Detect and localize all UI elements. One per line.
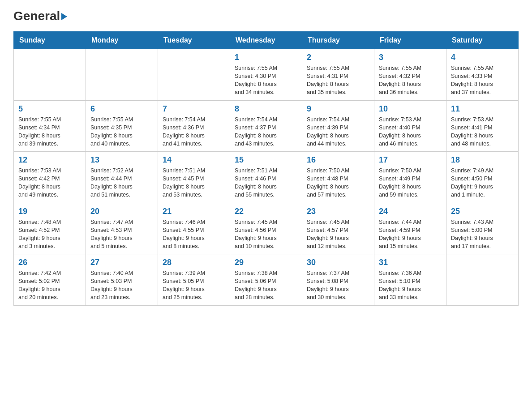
calendar-day-23: 23Sunrise: 7:45 AM Sunset: 4:57 PM Dayli… — [302, 203, 374, 254]
calendar-empty-cell — [446, 254, 519, 306]
day-number: 29 — [235, 258, 297, 267]
calendar-day-6: 6Sunrise: 7:55 AM Sunset: 4:35 PM Daylig… — [86, 100, 158, 152]
calendar-empty-cell — [14, 49, 86, 101]
day-info: Sunrise: 7:53 AM Sunset: 4:40 PM Dayligh… — [379, 116, 442, 148]
calendar-day-16: 16Sunrise: 7:50 AM Sunset: 4:48 PM Dayli… — [302, 152, 374, 203]
calendar-day-8: 8Sunrise: 7:54 AM Sunset: 4:37 PM Daylig… — [230, 100, 302, 152]
day-number: 19 — [18, 207, 81, 216]
calendar-day-7: 7Sunrise: 7:54 AM Sunset: 4:36 PM Daylig… — [158, 100, 230, 152]
day-number: 14 — [163, 155, 225, 165]
day-info: Sunrise: 7:36 AM Sunset: 5:10 PM Dayligh… — [379, 269, 442, 302]
calendar-header: SundayMondayTuesdayWednesdayThursdayFrid… — [14, 32, 519, 49]
day-number: 10 — [379, 104, 442, 114]
calendar-day-14: 14Sunrise: 7:51 AM Sunset: 4:45 PM Dayli… — [158, 152, 230, 203]
calendar-day-15: 15Sunrise: 7:51 AM Sunset: 4:46 PM Dayli… — [230, 152, 302, 203]
day-info: Sunrise: 7:53 AM Sunset: 4:41 PM Dayligh… — [451, 116, 514, 148]
logo-general: General — [13, 9, 60, 23]
day-info: Sunrise: 7:47 AM Sunset: 4:53 PM Dayligh… — [90, 218, 153, 251]
calendar-week-row: 26Sunrise: 7:42 AM Sunset: 5:02 PM Dayli… — [14, 254, 519, 306]
weekday-header-saturday: Saturday — [446, 32, 519, 49]
day-number: 20 — [90, 207, 153, 216]
calendar-day-17: 17Sunrise: 7:50 AM Sunset: 4:49 PM Dayli… — [374, 152, 446, 203]
day-info: Sunrise: 7:52 AM Sunset: 4:44 PM Dayligh… — [90, 167, 153, 199]
calendar-day-9: 9Sunrise: 7:54 AM Sunset: 4:39 PM Daylig… — [302, 100, 374, 152]
day-info: Sunrise: 7:48 AM Sunset: 4:52 PM Dayligh… — [18, 218, 81, 251]
weekday-header-wednesday: Wednesday — [230, 32, 302, 49]
page-header: General — [13, 9, 519, 23]
day-number: 13 — [90, 155, 153, 165]
day-number: 18 — [451, 155, 514, 165]
calendar-week-row: 5Sunrise: 7:55 AM Sunset: 4:34 PM Daylig… — [14, 100, 519, 152]
day-number: 30 — [307, 258, 369, 267]
calendar-day-5: 5Sunrise: 7:55 AM Sunset: 4:34 PM Daylig… — [14, 100, 86, 152]
day-info: Sunrise: 7:54 AM Sunset: 4:37 PM Dayligh… — [235, 116, 297, 148]
weekday-header-row: SundayMondayTuesdayWednesdayThursdayFrid… — [14, 32, 519, 49]
day-info: Sunrise: 7:43 AM Sunset: 5:00 PM Dayligh… — [451, 218, 514, 251]
day-number: 25 — [451, 207, 514, 216]
calendar-body: 1Sunrise: 7:55 AM Sunset: 4:30 PM Daylig… — [14, 49, 519, 306]
logo: General — [13, 9, 67, 23]
day-number: 3 — [379, 53, 442, 62]
day-info: Sunrise: 7:55 AM Sunset: 4:35 PM Dayligh… — [90, 116, 153, 148]
calendar-day-22: 22Sunrise: 7:45 AM Sunset: 4:56 PM Dayli… — [230, 203, 302, 254]
day-number: 24 — [379, 207, 442, 216]
calendar-day-10: 10Sunrise: 7:53 AM Sunset: 4:40 PM Dayli… — [374, 100, 446, 152]
day-info: Sunrise: 7:55 AM Sunset: 4:31 PM Dayligh… — [307, 64, 369, 97]
calendar-day-3: 3Sunrise: 7:55 AM Sunset: 4:32 PM Daylig… — [374, 49, 446, 101]
day-number: 23 — [307, 207, 369, 216]
day-info: Sunrise: 7:39 AM Sunset: 5:05 PM Dayligh… — [163, 269, 225, 302]
day-info: Sunrise: 7:51 AM Sunset: 4:46 PM Dayligh… — [235, 167, 297, 199]
day-info: Sunrise: 7:51 AM Sunset: 4:45 PM Dayligh… — [163, 167, 225, 199]
calendar-day-13: 13Sunrise: 7:52 AM Sunset: 4:44 PM Dayli… — [86, 152, 158, 203]
day-number: 1 — [235, 53, 297, 62]
calendar-table: SundayMondayTuesdayWednesdayThursdayFrid… — [13, 31, 519, 306]
day-number: 7 — [163, 104, 225, 114]
day-info: Sunrise: 7:50 AM Sunset: 4:49 PM Dayligh… — [379, 167, 442, 199]
day-info: Sunrise: 7:55 AM Sunset: 4:34 PM Dayligh… — [18, 116, 81, 148]
day-info: Sunrise: 7:54 AM Sunset: 4:36 PM Dayligh… — [163, 116, 225, 148]
calendar-day-25: 25Sunrise: 7:43 AM Sunset: 5:00 PM Dayli… — [446, 203, 519, 254]
day-info: Sunrise: 7:55 AM Sunset: 4:32 PM Dayligh… — [379, 64, 442, 97]
day-number: 9 — [307, 104, 369, 114]
day-info: Sunrise: 7:49 AM Sunset: 4:50 PM Dayligh… — [451, 167, 514, 199]
weekday-header-thursday: Thursday — [302, 32, 374, 49]
calendar-day-1: 1Sunrise: 7:55 AM Sunset: 4:30 PM Daylig… — [230, 49, 302, 101]
calendar-day-26: 26Sunrise: 7:42 AM Sunset: 5:02 PM Dayli… — [14, 254, 86, 306]
day-number: 22 — [235, 207, 297, 216]
calendar-day-27: 27Sunrise: 7:40 AM Sunset: 5:03 PM Dayli… — [86, 254, 158, 306]
calendar-empty-cell — [158, 49, 230, 101]
day-number: 2 — [307, 53, 369, 62]
calendar-day-30: 30Sunrise: 7:37 AM Sunset: 5:08 PM Dayli… — [302, 254, 374, 306]
calendar-week-row: 12Sunrise: 7:53 AM Sunset: 4:42 PM Dayli… — [14, 152, 519, 203]
day-info: Sunrise: 7:44 AM Sunset: 4:59 PM Dayligh… — [379, 218, 442, 251]
day-info: Sunrise: 7:54 AM Sunset: 4:39 PM Dayligh… — [307, 116, 369, 148]
calendar-day-24: 24Sunrise: 7:44 AM Sunset: 4:59 PM Dayli… — [374, 203, 446, 254]
day-info: Sunrise: 7:40 AM Sunset: 5:03 PM Dayligh… — [90, 269, 153, 302]
day-info: Sunrise: 7:45 AM Sunset: 4:56 PM Dayligh… — [235, 218, 297, 251]
day-info: Sunrise: 7:46 AM Sunset: 4:55 PM Dayligh… — [163, 218, 225, 251]
day-number: 21 — [163, 207, 225, 216]
calendar-week-row: 19Sunrise: 7:48 AM Sunset: 4:52 PM Dayli… — [14, 203, 519, 254]
weekday-header-sunday: Sunday — [14, 32, 86, 49]
day-info: Sunrise: 7:42 AM Sunset: 5:02 PM Dayligh… — [18, 269, 81, 302]
day-number: 6 — [90, 104, 153, 114]
day-info: Sunrise: 7:45 AM Sunset: 4:57 PM Dayligh… — [307, 218, 369, 251]
calendar-day-18: 18Sunrise: 7:49 AM Sunset: 4:50 PM Dayli… — [446, 152, 519, 203]
day-number: 5 — [18, 104, 81, 114]
calendar-day-28: 28Sunrise: 7:39 AM Sunset: 5:05 PM Dayli… — [158, 254, 230, 306]
calendar-empty-cell — [86, 49, 158, 101]
calendar-day-12: 12Sunrise: 7:53 AM Sunset: 4:42 PM Dayli… — [14, 152, 86, 203]
day-number: 15 — [235, 155, 297, 165]
day-info: Sunrise: 7:53 AM Sunset: 4:42 PM Dayligh… — [18, 167, 81, 199]
day-info: Sunrise: 7:55 AM Sunset: 4:30 PM Dayligh… — [235, 64, 297, 97]
day-info: Sunrise: 7:37 AM Sunset: 5:08 PM Dayligh… — [307, 269, 369, 302]
logo-triangle-icon — [61, 13, 67, 20]
day-info: Sunrise: 7:55 AM Sunset: 4:33 PM Dayligh… — [451, 64, 514, 97]
calendar-day-31: 31Sunrise: 7:36 AM Sunset: 5:10 PM Dayli… — [374, 254, 446, 306]
calendar-day-2: 2Sunrise: 7:55 AM Sunset: 4:31 PM Daylig… — [302, 49, 374, 101]
weekday-header-tuesday: Tuesday — [158, 32, 230, 49]
calendar-day-21: 21Sunrise: 7:46 AM Sunset: 4:55 PM Dayli… — [158, 203, 230, 254]
day-number: 4 — [451, 53, 514, 62]
day-number: 16 — [307, 155, 369, 165]
day-number: 27 — [90, 258, 153, 267]
